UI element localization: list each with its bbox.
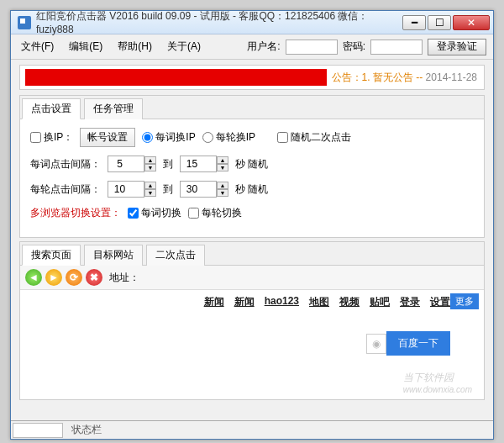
up-icon[interactable]: ▲ <box>217 182 228 189</box>
address-bar: ◄ ► ⟳ ✖ 地址： <box>20 266 484 290</box>
change-ip-checkbox[interactable]: 换IP： <box>30 130 73 145</box>
banner: 公告：1. 暂无公告 -- 2014-11-28 <box>19 65 485 90</box>
menubar: 文件(F) 编辑(E) 帮助(H) 关于(A) 用户名: 密码: 登录验证 <box>11 34 493 60</box>
app-window: 红阳竞价点击器 V2016 build 09.09 - 试用版 - 客服QQ：1… <box>10 10 494 440</box>
app-icon <box>18 16 31 29</box>
word-interval-label: 每词点击间隔： <box>30 157 101 171</box>
word-min-input[interactable] <box>108 156 144 172</box>
up-icon[interactable]: ▲ <box>217 156 228 164</box>
window-title: 红阳竞价点击器 V2016 build 09.09 - 试用版 - 客服QQ：1… <box>36 9 402 35</box>
refresh-icon[interactable]: ⟳ <box>66 269 82 286</box>
multi-browser-label: 多浏览器切换设置： <box>30 206 121 220</box>
login-button[interactable]: 登录验证 <box>428 39 486 55</box>
nav-link[interactable]: 地图 <box>309 295 329 309</box>
address-label: 地址： <box>109 271 139 285</box>
stop-icon[interactable]: ✖ <box>86 269 102 286</box>
top-links: 新闻 新闻 hao123 地图 视频 贴吧 登录 设置 <box>29 295 475 309</box>
menu-edit[interactable]: 编辑(E) <box>66 38 106 55</box>
notice-text: 公告：1. 暂无公告 -- 2014-11-28 <box>332 71 484 85</box>
tab-task-manager[interactable]: 任务管理 <box>84 98 143 119</box>
username-input[interactable] <box>286 40 338 55</box>
down-icon[interactable]: ▼ <box>144 164 156 171</box>
round-min-input[interactable] <box>108 181 144 198</box>
minimize-button[interactable]: ━ <box>402 15 426 30</box>
nav-link[interactable]: 新闻 <box>234 295 255 309</box>
tab-click-settings[interactable]: 点击设置 <box>22 98 81 119</box>
tab-second-click[interactable]: 二次点击 <box>146 245 205 266</box>
status-cell <box>13 423 63 438</box>
banner-redacted <box>25 69 327 86</box>
per-round-ip-radio[interactable]: 每轮换IP <box>202 130 255 145</box>
web-viewport: 新闻 新闻 hao123 地图 视频 贴吧 登录 设置 更多 ◉ 百度一下 <box>20 290 484 399</box>
nav-link[interactable]: 设置 <box>430 295 450 309</box>
nav-link[interactable]: 登录 <box>400 295 420 309</box>
menu-help[interactable]: 帮助(H) <box>114 38 155 55</box>
down-icon[interactable]: ▼ <box>144 189 156 197</box>
tab-target-site[interactable]: 目标网站 <box>84 245 143 266</box>
per-word-ip-radio[interactable]: 每词换IP <box>142 130 195 145</box>
nav-link[interactable]: 贴吧 <box>370 295 390 309</box>
round-max-input[interactable] <box>180 181 217 198</box>
account-settings-button[interactable]: 帐号设置 <box>80 128 135 147</box>
back-icon[interactable]: ◄ <box>25 269 42 286</box>
browser-tabs: 搜索页面 目标网站 二次点击 <box>20 242 484 266</box>
more-products-button[interactable]: 更多 <box>450 293 479 309</box>
maximize-button[interactable]: ☐ <box>428 15 451 30</box>
forward-icon[interactable]: ► <box>45 269 62 286</box>
menu-about[interactable]: 关于(A) <box>164 38 204 55</box>
camera-icon[interactable]: ◉ <box>366 334 386 354</box>
nav-link[interactable]: 新闻 <box>204 295 224 309</box>
titlebar: 红阳竞价点击器 V2016 build 09.09 - 试用版 - 客服QQ：1… <box>11 11 493 34</box>
username-label: 用户名: <box>247 40 280 54</box>
statusbar: 状态栏 <box>11 420 493 439</box>
round-interval-label: 每轮点击间隔： <box>30 182 101 197</box>
nav-link[interactable]: hao123 <box>265 295 299 309</box>
word-switch-checkbox[interactable]: 每词切换 <box>128 206 181 220</box>
password-label: 密码: <box>343 40 365 54</box>
baidu-search-button[interactable]: 百度一下 <box>386 331 450 356</box>
nav-link[interactable]: 视频 <box>339 295 360 309</box>
close-button[interactable]: ✕ <box>453 15 490 30</box>
up-icon[interactable]: ▲ <box>144 156 156 164</box>
settings-section: 点击设置 任务管理 换IP： 帐号设置 每词换IP 每轮换IP 随机二次点击 每… <box>19 95 485 238</box>
down-icon[interactable]: ▼ <box>217 189 228 197</box>
browser-section: 搜索页面 目标网站 二次点击 ◄ ► ⟳ ✖ 地址： 新闻 新闻 hao123 … <box>19 241 485 400</box>
menu-file[interactable]: 文件(F) <box>18 38 57 55</box>
status-label: 状态栏 <box>65 423 108 437</box>
round-switch-checkbox[interactable]: 每轮切换 <box>188 206 242 220</box>
settings-tabs: 点击设置 任务管理 <box>20 96 484 119</box>
tab-search-page[interactable]: 搜索页面 <box>22 245 81 266</box>
up-icon[interactable]: ▲ <box>144 182 156 189</box>
word-max-input[interactable] <box>180 156 217 172</box>
down-icon[interactable]: ▼ <box>217 164 228 171</box>
random-second-click-checkbox[interactable]: 随机二次点击 <box>277 130 351 145</box>
password-input[interactable] <box>370 40 423 55</box>
